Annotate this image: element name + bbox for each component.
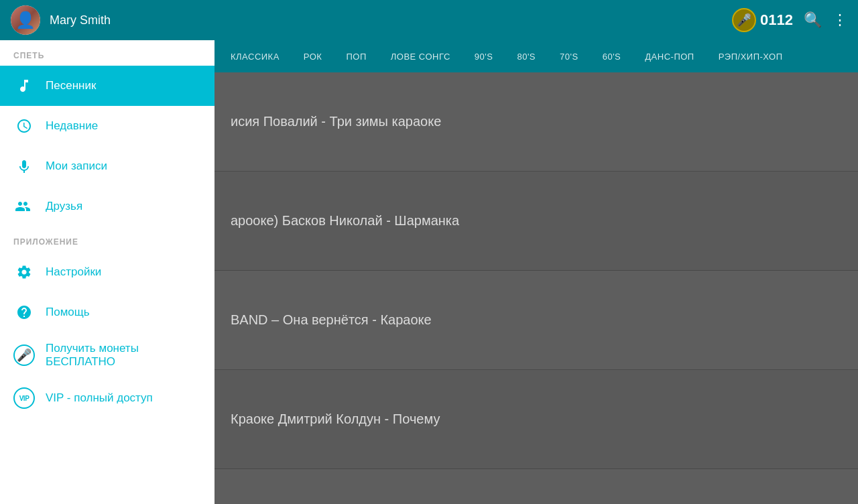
- tab-60s[interactable]: 60'S: [591, 40, 633, 72]
- sidebar-item-vip[interactable]: VIP VIP - полный доступ: [0, 378, 214, 418]
- tab-rok[interactable]: РОК: [292, 40, 334, 72]
- sidebar-settings-label: Настройки: [46, 265, 101, 279]
- sidebar-item-help[interactable]: Помощь: [0, 292, 214, 332]
- more-options-icon[interactable]: ⋮: [833, 11, 847, 29]
- sidebar-recordings-label: Мои записи: [46, 160, 107, 173]
- tab-bar: КЛАССИКА РОК ПОП ЛОВЕ СОНГС 90'S 80'S 70…: [214, 40, 858, 72]
- sidebar-friends-label: Друзья: [46, 200, 82, 213]
- user-name: Mary Smith: [50, 13, 111, 27]
- sidebar-help-label: Помощь: [46, 306, 90, 319]
- coins-icon: 🎤: [732, 8, 756, 32]
- friends-icon: [13, 196, 35, 217]
- vip-badge: VIP: [13, 387, 35, 409]
- sidebar-songbook-label: Песенник: [46, 79, 96, 92]
- tab-90s[interactable]: 90'S: [463, 40, 505, 72]
- tab-klassika[interactable]: КЛАССИКА: [214, 40, 292, 72]
- song-title: исия Повалий - Три зимы караоке: [231, 114, 441, 129]
- song-item[interactable]: BAND – Она вернётся - Караоке: [214, 271, 858, 370]
- sidebar-item-songbook[interactable]: Песенник: [0, 66, 214, 106]
- song-title: Краоке Дмитрий Колдун - Почему: [231, 412, 440, 427]
- song-title: BAND – Она вернётся - Караоке: [231, 312, 432, 328]
- song-item[interactable]: арооке) Басков Николай - Шарманка: [214, 172, 858, 271]
- vip-icon: VIP: [13, 387, 35, 409]
- gear-icon: [13, 261, 35, 283]
- tab-love-songs[interactable]: ЛОВЕ СОНГС: [379, 40, 463, 72]
- sidebar-coins-label: Получить монеты БЕСПЛАТНО: [46, 342, 201, 369]
- search-icon[interactable]: 🔍: [804, 11, 822, 29]
- sidebar-recent-label: Недавние: [46, 119, 98, 133]
- song-item[interactable]: Краоке Дмитрий Колдун - Почему: [214, 370, 858, 469]
- tab-rap[interactable]: РЭП/ХИП-ХОП: [707, 40, 795, 72]
- tab-pop[interactable]: ПОП: [334, 40, 378, 72]
- sidebar-item-settings[interactable]: Настройки: [0, 252, 214, 292]
- header-right: 🎤 0112 🔍 ⋮: [732, 8, 858, 32]
- avatar-image: [11, 5, 40, 35]
- tab-80s[interactable]: 80'S: [505, 40, 548, 72]
- avatar: [11, 5, 40, 35]
- microphone-icon: [13, 155, 35, 177]
- song-item[interactable]: исия Повалий - Три зимы караоке: [214, 72, 858, 172]
- song-title: арооке) Басков Николай - Шарманка: [231, 213, 459, 229]
- coins-circle: 🎤: [13, 344, 35, 366]
- coins-count: 0112: [760, 11, 793, 29]
- tab-70s[interactable]: 70'S: [548, 40, 591, 72]
- section-sing-label: СПЕТЬ: [0, 40, 214, 66]
- sidebar-item-recent[interactable]: Недавние: [0, 106, 214, 146]
- song-list: исия Повалий - Три зимы караоке арооке) …: [214, 72, 858, 504]
- sidebar: Mary Smith СПЕТЬ Песенник Недавние Мои з…: [0, 0, 214, 504]
- sidebar-item-get-coins[interactable]: 🎤 Получить монеты БЕСПЛАТНО: [0, 332, 214, 378]
- user-header: Mary Smith: [0, 0, 214, 40]
- song-item[interactable]: тали Шахерезада Караоке: [214, 469, 858, 504]
- music-note-icon: [13, 75, 35, 97]
- coins-free-icon: 🎤: [13, 344, 35, 366]
- clock-icon: [13, 115, 35, 137]
- help-icon: [13, 302, 35, 323]
- coins-badge: 🎤 0112: [732, 8, 793, 32]
- tab-dance-pop[interactable]: ДАНС-ПОП: [633, 40, 706, 72]
- sidebar-item-recordings[interactable]: Мои записи: [0, 146, 214, 186]
- section-app-label: ПРИЛОЖЕНИЕ: [0, 227, 214, 252]
- sidebar-item-friends[interactable]: Друзья: [0, 186, 214, 227]
- sidebar-vip-label: VIP - полный доступ: [46, 391, 153, 405]
